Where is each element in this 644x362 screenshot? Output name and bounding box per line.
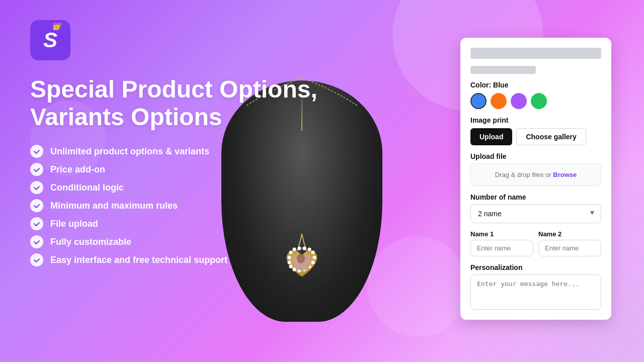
upload-drop-zone[interactable]: Drag & drop files or Browse <box>470 163 601 186</box>
color-section: Color: Blue <box>470 81 601 109</box>
features-list: Unlimited product options & variants Pri… <box>30 145 337 266</box>
name-fields-section: Name 1 Name 2 <box>470 230 601 256</box>
number-of-name-section: Number of name 2 name 1 name 3 name ▾ <box>470 193 601 223</box>
name2-label: Name 2 <box>538 230 601 238</box>
logo-crown: 👑 <box>52 23 60 30</box>
product-title-bar-short <box>470 66 536 74</box>
feature-item: Unlimited product options & variants <box>30 145 337 158</box>
color-swatch-blue[interactable] <box>470 93 487 109</box>
personalization-section: Personalization <box>470 263 601 310</box>
name1-input[interactable] <box>470 240 533 256</box>
color-swatch-purple[interactable] <box>511 93 527 109</box>
feature-text: Minimum and maximum rules <box>50 201 178 211</box>
upload-file-section: Upload file Drag & drop files or Browse <box>470 152 601 186</box>
image-print-button-group: Upload Choose gallery <box>470 128 601 145</box>
feature-text: Fully customizable <box>50 237 131 247</box>
check-icon <box>30 181 43 194</box>
number-of-name-select[interactable]: 2 name 1 name 3 name <box>470 204 601 223</box>
headline-line2: Variants Options <box>30 104 222 130</box>
left-content-area: S 👑 Special Product Options, Variants Op… <box>0 0 367 362</box>
name2-field-group: Name 2 <box>538 230 601 256</box>
name2-input[interactable] <box>538 240 601 256</box>
personalization-label: Personalization <box>470 263 601 272</box>
feature-text: Price add-on <box>50 164 105 175</box>
check-icon <box>30 163 43 176</box>
feature-text: File upload <box>50 219 98 229</box>
feature-text: Easy interface and free technical suppor… <box>50 255 227 265</box>
name1-label: Name 1 <box>470 230 533 238</box>
feature-item: Price add-on <box>30 163 337 176</box>
name1-field-group: Name 1 <box>470 230 533 256</box>
product-options-panel: Color: Blue Image print Upload Choose ga… <box>460 38 611 320</box>
image-print-label: Image print <box>470 116 601 124</box>
feature-text: Conditional logic <box>50 183 124 193</box>
upload-button[interactable]: Upload <box>470 128 512 145</box>
color-label: Color: Blue <box>470 81 601 89</box>
feature-item: Easy interface and free technical suppor… <box>30 253 337 266</box>
check-icon <box>30 253 43 266</box>
check-icon <box>30 145 43 158</box>
logo-letter: S 👑 <box>43 30 57 51</box>
feature-item: File upload <box>30 217 337 230</box>
color-swatch-green[interactable] <box>531 93 547 109</box>
feature-item: Fully customizable <box>30 235 337 248</box>
drag-drop-text: Drag & drop files or <box>495 171 553 178</box>
product-title-bar-long <box>470 48 601 59</box>
choose-gallery-button[interactable]: Choose gallery <box>516 128 586 145</box>
browse-link[interactable]: Browse <box>553 171 577 178</box>
headline-line1: Special Product Options, <box>30 76 317 103</box>
check-icon <box>30 217 43 230</box>
personalization-textarea[interactable] <box>470 275 601 310</box>
number-of-name-label: Number of name <box>470 193 601 201</box>
image-print-section: Image print Upload Choose gallery <box>470 116 601 145</box>
feature-item: Conditional logic <box>30 181 337 194</box>
headline: Special Product Options, Variants Option… <box>30 75 337 131</box>
feature-item: Minimum and maximum rules <box>30 199 337 212</box>
feature-text: Unlimited product options & variants <box>50 146 209 157</box>
upload-file-label: Upload file <box>470 152 601 160</box>
logo: S 👑 <box>30 20 70 60</box>
check-icon <box>30 235 43 248</box>
check-icon <box>30 199 43 212</box>
color-swatches <box>470 93 601 109</box>
color-swatch-orange[interactable] <box>491 93 507 109</box>
